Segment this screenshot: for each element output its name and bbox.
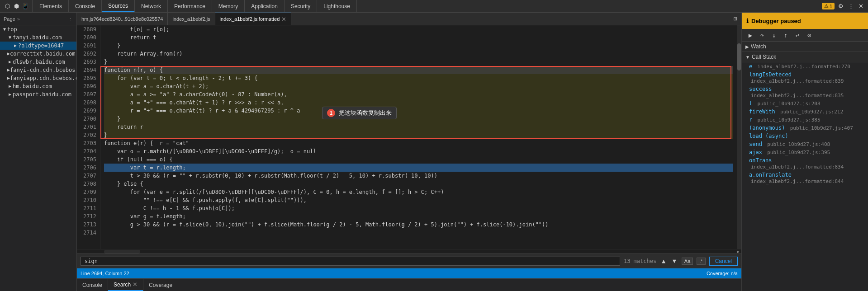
code-line-2695[interactable]: for (var t = 0; t < o.length - 2; t += 3… — [104, 74, 733, 82]
line-number-2706[interactable]: 2706 — [77, 164, 96, 172]
line-number-2690[interactable]: 2690 — [77, 33, 96, 42]
regex-button[interactable]: .* — [697, 258, 705, 265]
code-line-2689[interactable]: t[o] = r[o]; — [104, 25, 733, 33]
code-line-2701[interactable]: return r — [104, 123, 733, 131]
more-icon[interactable]: ⋮ — [847, 3, 854, 10]
line-number-2697[interactable]: 2697 — [77, 90, 96, 99]
code-line-2696[interactable]: var a = o.charAt(t + 2); — [104, 82, 733, 90]
code-content[interactable]: 1 把这块函数复制出来 t[o] = r[o]; return t } retu… — [100, 25, 737, 249]
vertical-scrollbar[interactable] — [737, 25, 741, 249]
search-up-icon[interactable]: ▲ — [660, 257, 667, 265]
bottom-tab-search-close[interactable]: ✕ — [133, 281, 138, 288]
line-number-2714[interactable]: 2714 — [77, 229, 96, 237]
file-tab-index[interactable]: index_a1bebf2.js — [168, 13, 215, 25]
stack-item-ontrans[interactable]: onTrans index_a1bebf2.j...formatted:834 — [742, 156, 868, 171]
stack-item-e[interactable]: e index_a1bebf2.j...formatted:270 — [742, 62, 868, 70]
stack-item-anonymous[interactable]: (anonymous) public_10b9d27.js:407 — [742, 124, 868, 132]
step-over-btn[interactable]: ↷ — [757, 30, 767, 40]
stack-item-firewith[interactable]: fireWith public_10b9d27.js:212 — [742, 108, 868, 116]
stack-item-l[interactable]: l public_10b9d27.js:208 — [742, 99, 868, 108]
line-number-2707[interactable]: 2707 — [77, 172, 96, 180]
tree-item-passport[interactable]: ▶ passport.baidu.com — [0, 90, 76, 99]
code-line-2691[interactable]: } — [104, 42, 733, 50]
code-line-2712[interactable]: var g = f.length; — [104, 212, 733, 221]
line-number-2713[interactable]: 2713 — [77, 221, 96, 229]
tab-performance[interactable]: Performance — [168, 0, 212, 12]
scrollbar-thumb[interactable] — [737, 43, 741, 70]
stack-item-success[interactable]: success index_a1bebf2.j...formatted:835 — [742, 85, 868, 99]
bottom-tab-coverage[interactable]: Coverage — [143, 279, 178, 291]
line-number-2710[interactable]: 2710 — [77, 196, 96, 204]
sidebar-menu-icon[interactable]: ⋮ — [68, 16, 73, 22]
code-line-2713[interactable]: g > 30 && (r = f.slice(0, 10).join("") +… — [104, 221, 733, 229]
line-number-2702[interactable]: 2702 — [77, 131, 96, 139]
step-btn[interactable]: ↩ — [792, 30, 802, 40]
stack-item-load-async[interactable]: load (async) — [742, 132, 868, 140]
code-line-2700[interactable]: } — [104, 115, 733, 123]
case-sensitive-button[interactable]: Aa — [682, 258, 693, 265]
stack-item-langisdeteced[interactable]: langIsDeteced index_a1bebf2.j...formatte… — [742, 70, 868, 85]
dock-icon[interactable]: ⬡ — [4, 3, 11, 10]
stack-item-r[interactable]: r public_10b9d27.js:385 — [742, 116, 868, 124]
line-number-2704[interactable]: 2704 — [77, 147, 96, 155]
tree-item-fanyi-cdn[interactable]: ▶ fanyi-cdn.cdn.bcebos.c — [0, 66, 76, 74]
cancel-search-button[interactable]: Cancel — [709, 257, 738, 266]
tree-item-correcttxt[interactable]: ▶ correcttxt.baidu.com — [0, 50, 76, 58]
tree-item-fanyiapp[interactable]: ▶ fanyiapp.cdn.bcebos.c — [0, 74, 76, 82]
tree-item-fanyi[interactable]: ▼ fanyi.baidu.com — [0, 33, 76, 42]
line-number-2698[interactable]: 2698 — [77, 99, 96, 107]
tab-split-icon[interactable]: ⊡ — [731, 15, 740, 23]
line-number-2703[interactable]: 2703 — [77, 139, 96, 147]
code-line-2710[interactable]: "" !== e[C] && f.push.apply(f, a(e[C].sp… — [104, 196, 733, 204]
code-line-2709[interactable]: for (var e = r.split(/[\uD800-\uDBFF][\u… — [104, 188, 733, 196]
tree-item-dlswbr[interactable]: ▶ dlswbr.baidu.com — [0, 58, 76, 66]
line-number-2694[interactable]: 2694 — [77, 66, 96, 74]
search-input[interactable] — [81, 257, 620, 266]
sidebar-expand-icon[interactable]: » — [17, 16, 20, 22]
code-line-2697[interactable]: a = a >= "a" ? a.charCodeAt(0) - 87 : Nu… — [104, 90, 733, 99]
file-tab-formatted[interactable]: index_a1bebf2.js:formatted ✕ — [215, 13, 292, 25]
line-number-2711[interactable]: 2711 — [77, 204, 96, 212]
line-number-2705[interactable]: 2705 — [77, 155, 96, 164]
code-line-2714[interactable] — [104, 229, 733, 237]
code-line-2694[interactable]: function n(r, o) { — [104, 66, 733, 74]
tab-network[interactable]: Network — [135, 0, 168, 12]
tab-application[interactable]: Application — [245, 0, 285, 12]
code-line-2707[interactable]: t > 30 && (r = "" + r.substr(0, 10) + r.… — [104, 172, 733, 180]
line-number-2693[interactable]: 2693 — [77, 58, 96, 66]
code-line-2706[interactable]: var t = r.length; — [104, 164, 733, 172]
step-into-btn[interactable]: ↓ — [769, 30, 779, 40]
tab-console[interactable]: Console — [69, 0, 102, 12]
stack-item-aontranslate[interactable]: a.onTranslate index_a1bebf2.j...formatte… — [742, 171, 868, 185]
file-tab-close-icon[interactable]: ✕ — [281, 16, 286, 23]
stack-item-ajax[interactable]: ajax public_10b9d27.js:395 — [742, 148, 868, 156]
callstack-header[interactable]: ▼ Call Stack — [742, 52, 868, 62]
line-number-2696[interactable]: 2696 — [77, 82, 96, 90]
deactivate-btn[interactable]: ⊘ — [804, 30, 814, 40]
line-number-2699[interactable]: 2699 — [77, 107, 96, 115]
step-out-btn[interactable]: ↑ — [781, 30, 791, 40]
line-number-2701[interactable]: 2701 — [77, 123, 96, 131]
resume-btn[interactable]: ▶ — [745, 30, 755, 40]
settings-icon[interactable]: ⚙ — [837, 3, 844, 10]
code-line-2702[interactable]: } — [104, 131, 733, 139]
tab-elements[interactable]: Elements — [33, 0, 69, 12]
undock-icon[interactable]: ⬢ — [13, 3, 20, 10]
horizontal-scrollbar[interactable] — [104, 250, 140, 253]
warn-badge[interactable]: ⚠ 1 — [822, 3, 835, 9]
code-line-2711[interactable]: C !== h - 1 && f.push(o[C]); — [104, 204, 733, 212]
tree-item-hm[interactable]: ▶ hm.baidu.com — [0, 82, 76, 90]
stack-item-send[interactable]: send public_10b9d27.js:408 — [742, 140, 868, 148]
bottom-tab-search[interactable]: Search ✕ — [108, 279, 143, 291]
line-number-2700[interactable]: 2700 — [77, 115, 96, 123]
tab-security[interactable]: Security — [285, 0, 317, 12]
code-line-2692[interactable]: return Array.from(r) — [104, 50, 733, 58]
code-line-2704[interactable]: var o = r.match(/[\uD800-\uDBFF][\uDC00-… — [104, 147, 733, 155]
code-line-2693[interactable]: } — [104, 58, 733, 66]
tab-memory[interactable]: Memory — [212, 0, 245, 12]
line-number-2695[interactable]: 2695 — [77, 74, 96, 82]
code-line-2698[interactable]: a = "+" === o.charAt(t + 1) ? r >>> a : … — [104, 99, 733, 107]
line-number-2692[interactable]: 2692 — [77, 50, 96, 58]
line-number-2708[interactable]: 2708 — [77, 180, 96, 188]
line-number-2689[interactable]: 2689 — [77, 25, 96, 33]
